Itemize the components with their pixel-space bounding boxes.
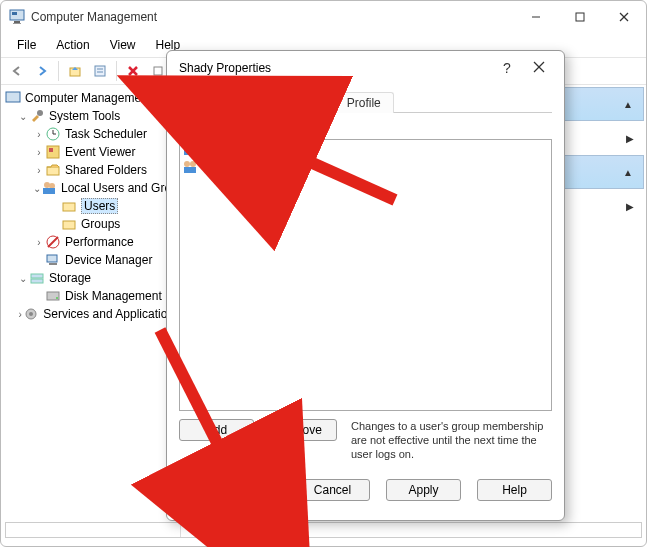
ok-button[interactable]: OK bbox=[204, 479, 279, 501]
svg-rect-32 bbox=[31, 274, 43, 278]
main-titlebar: Computer Management bbox=[1, 1, 646, 33]
tab-member-of[interactable]: Member Of bbox=[248, 92, 334, 113]
back-button[interactable] bbox=[6, 60, 28, 82]
svg-point-40 bbox=[184, 143, 190, 149]
member-of-label: Member of: bbox=[179, 121, 552, 135]
up-button[interactable] bbox=[64, 60, 86, 82]
tab-strip: General Member Of Profile bbox=[179, 89, 552, 113]
svg-point-37 bbox=[29, 312, 33, 316]
collapse-icon[interactable]: ⌄ bbox=[17, 111, 29, 122]
svg-rect-22 bbox=[47, 167, 59, 175]
svg-rect-30 bbox=[47, 255, 57, 262]
tree-event-viewer[interactable]: › Event Viewer bbox=[1, 143, 180, 161]
add-button[interactable]: Add bbox=[179, 419, 254, 441]
svg-rect-9 bbox=[95, 66, 105, 76]
svg-rect-3 bbox=[13, 23, 21, 24]
svg-rect-15 bbox=[6, 92, 20, 102]
help-dialog-button[interactable]: Help bbox=[477, 479, 552, 501]
forward-button[interactable] bbox=[31, 60, 53, 82]
svg-rect-42 bbox=[184, 149, 196, 155]
svg-rect-21 bbox=[49, 148, 53, 152]
membership-note: Changes to a user's group membership are… bbox=[351, 419, 551, 461]
minimize-button[interactable] bbox=[514, 1, 558, 33]
nav-tree[interactable]: Computer Management ⌄ System Tools › Tas… bbox=[1, 85, 181, 538]
perf-icon bbox=[45, 234, 61, 250]
svg-rect-1 bbox=[12, 12, 17, 15]
app-icon bbox=[9, 9, 25, 25]
svg-rect-26 bbox=[63, 203, 75, 211]
group-icon bbox=[182, 159, 198, 175]
device-icon bbox=[45, 252, 61, 268]
tree-shared-folders[interactable]: › Shared Folders bbox=[1, 161, 180, 179]
storage-icon bbox=[29, 270, 45, 286]
dialog-close-button[interactable] bbox=[526, 60, 552, 76]
shared-icon bbox=[45, 162, 61, 178]
svg-point-16 bbox=[37, 110, 43, 116]
menu-view[interactable]: View bbox=[100, 35, 146, 55]
tree-storage[interactable]: ⌄ Storage bbox=[1, 269, 180, 287]
dialog-titlebar[interactable]: Shady Properties ? bbox=[167, 51, 564, 85]
remove-button[interactable]: Remove bbox=[262, 419, 337, 441]
svg-point-35 bbox=[56, 297, 58, 299]
event-icon bbox=[45, 144, 61, 160]
maximize-button[interactable] bbox=[558, 1, 602, 33]
properties-button[interactable] bbox=[89, 60, 111, 82]
tree-performance[interactable]: › Performance bbox=[1, 233, 180, 251]
folder-icon bbox=[61, 198, 77, 214]
groups-listbox[interactable]: Administrators Users bbox=[179, 139, 552, 411]
help-button[interactable]: ? bbox=[494, 60, 520, 76]
menu-action[interactable]: Action bbox=[46, 35, 99, 55]
status-bar bbox=[5, 518, 642, 542]
menu-file[interactable]: File bbox=[7, 35, 46, 55]
svg-rect-2 bbox=[14, 21, 20, 23]
svg-rect-31 bbox=[49, 263, 57, 265]
collapse-icon[interactable]: ⌄ bbox=[33, 183, 41, 194]
svg-rect-5 bbox=[576, 13, 584, 21]
collapse-up-icon[interactable]: ▲ bbox=[623, 167, 633, 178]
svg-point-23 bbox=[44, 182, 50, 188]
tree-disk-management[interactable]: Disk Management bbox=[1, 287, 180, 305]
tree-services[interactable]: › Services and Applications bbox=[1, 305, 180, 323]
collapse-icon[interactable]: ⌄ bbox=[17, 273, 29, 284]
tree-root[interactable]: Computer Management bbox=[1, 89, 180, 107]
clock-icon bbox=[45, 126, 61, 142]
svg-rect-45 bbox=[184, 167, 196, 173]
tab-profile[interactable]: Profile bbox=[334, 92, 394, 113]
group-icon bbox=[182, 141, 198, 157]
expand-icon[interactable]: › bbox=[33, 165, 45, 176]
svg-rect-33 bbox=[31, 279, 43, 283]
tree-local-users[interactable]: ⌄ Local Users and Groups bbox=[1, 179, 180, 197]
services-icon bbox=[23, 306, 39, 322]
tree-users[interactable]: Users bbox=[1, 197, 180, 215]
properties-dialog: Shady Properties ? General Member Of Pro… bbox=[166, 50, 565, 521]
close-button[interactable] bbox=[602, 1, 646, 33]
collapse-up-icon[interactable]: ▲ bbox=[623, 99, 633, 110]
users-icon bbox=[41, 180, 57, 196]
expand-icon[interactable]: › bbox=[33, 237, 45, 248]
disk-icon bbox=[45, 288, 61, 304]
tab-general[interactable]: General bbox=[179, 92, 248, 113]
group-administrators[interactable]: Administrators bbox=[180, 140, 551, 158]
tree-system-tools[interactable]: ⌄ System Tools bbox=[1, 107, 180, 125]
chevron-right-icon: ▶ bbox=[626, 133, 634, 144]
folder-icon bbox=[61, 216, 77, 232]
tree-device-manager[interactable]: Device Manager bbox=[1, 251, 180, 269]
expand-icon[interactable]: › bbox=[33, 147, 45, 158]
svg-point-44 bbox=[190, 161, 196, 167]
chevron-right-icon: ▶ bbox=[626, 201, 634, 212]
delete-button[interactable] bbox=[122, 60, 144, 82]
tools-icon bbox=[29, 108, 45, 124]
apply-button[interactable]: Apply bbox=[386, 479, 461, 501]
dialog-title: Shady Properties bbox=[179, 61, 488, 75]
tree-task-scheduler[interactable]: › Task Scheduler bbox=[1, 125, 180, 143]
group-users[interactable]: Users bbox=[180, 158, 551, 176]
svg-point-43 bbox=[184, 161, 190, 167]
expand-icon[interactable]: › bbox=[33, 129, 45, 140]
tree-groups[interactable]: Groups bbox=[1, 215, 180, 233]
cancel-button[interactable]: Cancel bbox=[295, 479, 370, 501]
mmc-icon bbox=[5, 90, 21, 106]
svg-rect-25 bbox=[43, 188, 55, 194]
svg-point-41 bbox=[190, 143, 196, 149]
svg-rect-27 bbox=[63, 221, 75, 229]
svg-rect-14 bbox=[154, 67, 162, 75]
